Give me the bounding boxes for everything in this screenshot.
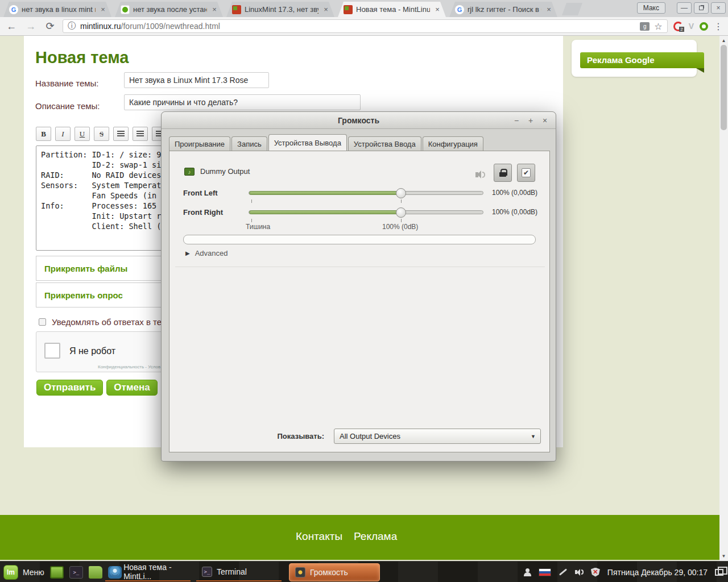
tab-close-icon[interactable]: × xyxy=(433,5,441,14)
extension-red-icon[interactable]: 2 xyxy=(673,22,683,31)
cancel-button[interactable]: Отмена xyxy=(106,380,157,396)
terminal-icon: >_ xyxy=(202,567,212,577)
notify-checkbox[interactable] xyxy=(39,318,46,326)
align-center-icon xyxy=(136,131,144,137)
tab-configuration[interactable]: Конфигурация xyxy=(423,136,483,151)
italic-button[interactable]: I xyxy=(55,127,71,141)
browser-tab-3[interactable]: LinuxMint 17.3, нет зву × xyxy=(226,2,334,17)
attach-files-link[interactable]: Прикрепить файлы xyxy=(44,264,127,273)
scroll-down-icon[interactable]: ▼ xyxy=(719,554,728,559)
dropdown-value: All Output Devices xyxy=(340,432,400,440)
channel-left-label: Front Left xyxy=(183,189,218,197)
speaker-tray-icon[interactable] xyxy=(575,569,584,576)
tab-recording[interactable]: Запись xyxy=(231,136,267,151)
translate-icon[interactable]: g xyxy=(640,22,650,31)
align-left-button[interactable] xyxy=(113,127,129,141)
page-info-icon[interactable]: ⓘ xyxy=(68,21,76,31)
files-launcher-icon[interactable] xyxy=(89,566,102,579)
slider-fill xyxy=(249,191,401,195)
volume-speaker-icon xyxy=(475,171,485,178)
reload-icon[interactable]: ⟳ xyxy=(43,20,57,32)
dialog-minimize-icon[interactable]: − xyxy=(510,112,523,129)
pen-tray-icon[interactable] xyxy=(559,568,567,576)
keyboard-layout-flag-icon[interactable] xyxy=(539,568,551,576)
menu-button[interactable]: lm Меню xyxy=(3,565,44,580)
taskbar-window-browser[interactable]: Новая тема - MintLi... xyxy=(105,563,191,581)
profile-button[interactable]: Макс xyxy=(637,2,665,14)
channel-left-slider[interactable] xyxy=(249,191,483,195)
align-left-icon xyxy=(117,131,125,137)
dialog-titlebar[interactable]: Громкость xyxy=(162,112,556,129)
dialog-maximize-icon[interactable]: + xyxy=(524,112,537,129)
advanced-expander[interactable]: ▶ Advanced xyxy=(185,249,228,257)
tick-mark xyxy=(251,199,252,203)
taskbar-clock[interactable]: Пятница Декабрь 29, 00:17 xyxy=(607,568,708,577)
window-maximize-button[interactable] xyxy=(694,2,709,14)
tab-title: LinuxMint 17.3, нет зву xyxy=(245,5,318,14)
window-close-button[interactable]: × xyxy=(711,2,726,14)
shield-tray-icon[interactable]: ✕ xyxy=(591,568,600,577)
terminal-launcher-icon[interactable]: >_ xyxy=(69,566,83,579)
tab-playback[interactable]: Проигрывание xyxy=(169,136,230,151)
tab-title: Новая тема - MintLinux xyxy=(356,5,430,14)
address-bar[interactable]: ⓘ mintlinux.ru/forum/1009/newthread.html… xyxy=(63,19,668,33)
submit-button[interactable]: Отправить xyxy=(36,380,103,396)
window-switcher-icon[interactable] xyxy=(715,569,723,576)
underline-button[interactable]: U xyxy=(75,127,90,141)
bold-button[interactable]: B xyxy=(36,127,51,141)
output-filter-dropdown[interactable]: All Output Devices ▼ xyxy=(334,429,541,444)
forward-icon[interactable]: → xyxy=(24,20,38,32)
default-device-button[interactable]: ✔ xyxy=(517,164,535,182)
tab-close-icon[interactable]: × xyxy=(210,5,218,14)
tab-title: нет звука в linux mint r xyxy=(22,5,96,14)
google-ads-banner[interactable]: Реклама Google xyxy=(580,52,704,68)
tab-input-devices[interactable]: Устройства Ввода xyxy=(348,136,421,151)
footer-ads-link[interactable]: Реклама xyxy=(354,530,397,543)
browser-tab-1[interactable]: G нет звука в linux mint r × xyxy=(3,2,111,17)
page-scrollbar[interactable]: ▲ ▼ xyxy=(719,36,728,561)
mint-favicon-icon xyxy=(121,5,130,14)
thread-title-input[interactable] xyxy=(124,72,269,88)
volume-dialog: Громкость − + × Проигрывание Запись Устр… xyxy=(161,111,556,462)
browser-toolbar: ← → ⟳ ⓘ mintlinux.ru/forum/1009/newthrea… xyxy=(0,17,728,36)
new-tab-button[interactable] xyxy=(562,3,582,15)
browser-menu-icon[interactable]: ⋮ xyxy=(714,21,723,32)
window-minimize-button[interactable]: — xyxy=(677,2,692,14)
user-tray-icon[interactable] xyxy=(523,568,531,576)
thread-desc-input[interactable] xyxy=(124,94,361,110)
align-center-button[interactable] xyxy=(133,127,148,141)
recaptcha-checkbox[interactable] xyxy=(44,343,60,359)
menu-label: Меню xyxy=(23,568,44,577)
show-desktop-icon[interactable] xyxy=(50,566,64,579)
tab-close-icon[interactable]: × xyxy=(322,5,330,14)
footer-contacts-link[interactable]: Контакты xyxy=(296,530,342,543)
browser-tab-2[interactable]: нет звука после устано × xyxy=(115,2,223,17)
strikethrough-button[interactable]: S xyxy=(94,127,109,141)
tab-output-devices[interactable]: Устройства Вывода xyxy=(268,134,347,151)
dialog-close-icon[interactable]: × xyxy=(539,112,551,129)
taskbar-window-volume[interactable]: Громкость xyxy=(289,563,380,581)
google-favicon-icon: G xyxy=(455,5,464,14)
tick-mark xyxy=(251,219,252,222)
tab-close-icon[interactable]: × xyxy=(545,5,553,14)
browser-tab-5[interactable]: G rjl lkz гигтег - Поиск в G × xyxy=(449,2,557,17)
slider-handle[interactable] xyxy=(396,188,406,198)
browser-tab-4-active[interactable]: Новая тема - MintLinux × xyxy=(338,2,446,17)
channel-right-label: Front Right xyxy=(183,208,223,217)
attach-poll-link[interactable]: Прикрепить опрос xyxy=(44,290,123,300)
bookmark-star-icon[interactable]: ☆ xyxy=(654,21,662,32)
back-icon[interactable]: ← xyxy=(5,20,18,32)
recaptcha-privacy-links[interactable]: Конфиденциальность - Услов xyxy=(98,364,160,369)
taskbar-window-terminal[interactable]: >_ Terminal xyxy=(196,563,282,581)
tab-close-icon[interactable]: × xyxy=(99,5,107,14)
sound-card-icon: ♪ xyxy=(184,168,195,176)
slider-handle[interactable] xyxy=(396,207,406,218)
system-tray: ✕ Пятница Декабрь 29, 00:17 xyxy=(523,562,723,582)
url-path: /forum/1009/newthread.html xyxy=(121,22,220,31)
extension-grey-icon[interactable]: V xyxy=(689,22,694,31)
scroll-up-icon[interactable]: ▲ xyxy=(719,38,728,43)
scrollbar-thumb[interactable] xyxy=(721,45,727,130)
extension-green-icon[interactable] xyxy=(700,22,708,31)
lock-channels-button[interactable] xyxy=(494,164,512,182)
channel-right-slider[interactable] xyxy=(249,210,483,214)
